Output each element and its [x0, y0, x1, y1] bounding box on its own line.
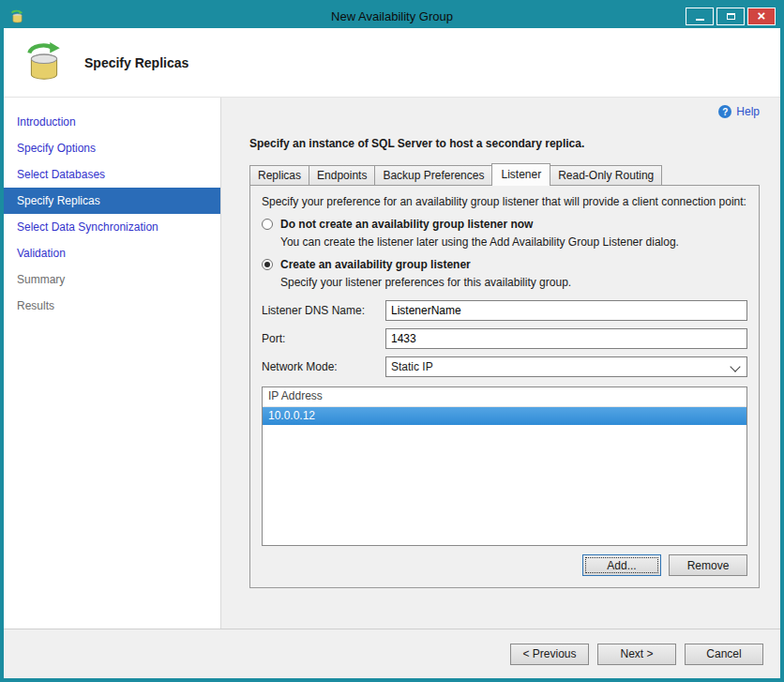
new-availability-group-window: New Availability Group Specify Replicas …: [0, 0, 784, 682]
previous-button[interactable]: < Previous: [510, 644, 589, 665]
option-no-listener: Do not create an availability group list…: [262, 218, 747, 249]
radio-no-listener[interactable]: Do not create an availability group list…: [262, 218, 747, 231]
cancel-button[interactable]: Cancel: [685, 644, 763, 665]
close-button[interactable]: [747, 8, 776, 25]
maximize-icon: [727, 13, 735, 20]
tab-strip: Replicas Endpoints Backup Preferences Li…: [249, 163, 760, 185]
listener-fields: Listener DNS Name: Port: Network Mode: S…: [262, 300, 747, 377]
sidebar-item-select-data-synchronization[interactable]: Select Data Synchronization: [4, 214, 220, 240]
tab-read-only-routing[interactable]: Read-Only Routing: [550, 165, 662, 185]
next-button[interactable]: Next >: [597, 644, 676, 665]
minimize-button[interactable]: [686, 8, 714, 25]
sidebar-item-introduction[interactable]: Introduction: [4, 109, 220, 135]
dns-name-label: Listener DNS Name:: [262, 304, 385, 317]
sidebar-item-specify-options[interactable]: Specify Options: [4, 135, 220, 161]
titlebar: New Availability Group: [4, 4, 780, 28]
main-panel: ? Help Specify an instance of SQL Server…: [221, 98, 780, 629]
option-create-listener: Create an availability group listener Sp…: [262, 258, 747, 289]
minimize-icon: [696, 19, 704, 21]
remove-button[interactable]: Remove: [669, 554, 747, 576]
option-create-listener-label: Create an availability group listener: [280, 258, 471, 271]
help-label: Help: [736, 105, 760, 118]
sidebar-item-select-databases[interactable]: Select Databases: [4, 161, 220, 188]
radio-unselected-icon[interactable]: [262, 219, 273, 230]
window-controls: [686, 8, 776, 25]
help-link[interactable]: ? Help: [249, 105, 760, 118]
radio-selected-icon[interactable]: [262, 259, 273, 270]
instruction-text: Specify an instance of SQL Server to hos…: [249, 137, 760, 150]
maximize-button[interactable]: [716, 8, 745, 25]
tab-listener[interactable]: Listener: [491, 163, 550, 186]
ip-address-column-header: IP Address: [263, 387, 746, 407]
wizard-body: Introduction Specify Options Select Data…: [4, 98, 780, 629]
chevron-down-icon: [730, 361, 740, 371]
page-title: Specify Replicas: [84, 55, 188, 70]
port-input[interactable]: [385, 328, 747, 349]
dns-name-input[interactable]: [385, 300, 747, 321]
port-row: Port:: [262, 328, 747, 349]
tab-backup-preferences[interactable]: Backup Preferences: [374, 165, 492, 185]
radio-create-listener[interactable]: Create an availability group listener: [262, 258, 747, 271]
sidebar-item-specify-replicas[interactable]: Specify Replicas: [4, 188, 220, 214]
ip-address-list[interactable]: IP Address 10.0.0.12: [262, 386, 747, 546]
network-mode-row: Network Mode: Static IP: [262, 356, 747, 377]
network-mode-label: Network Mode:: [262, 360, 385, 373]
availability-group-icon: [23, 41, 66, 84]
help-icon: ?: [718, 105, 731, 118]
network-mode-selected-value: Static IP: [391, 360, 433, 373]
close-icon: [758, 8, 766, 23]
list-item[interactable]: 10.0.0.12: [263, 407, 746, 425]
add-button[interactable]: Add...: [582, 554, 661, 576]
sidebar-item-results: Results: [4, 293, 220, 319]
wizard-header: Specify Replicas: [4, 28, 780, 98]
sidebar-item-summary: Summary: [4, 266, 220, 293]
option-create-listener-description: Specify your listener preferences for th…: [280, 276, 747, 289]
wizard-steps-sidebar: Introduction Specify Options Select Data…: [4, 98, 221, 629]
app-icon: [10, 9, 24, 23]
listener-intro-text: Specify your preference for an availabil…: [262, 195, 747, 208]
sidebar-item-validation[interactable]: Validation: [4, 240, 220, 266]
listener-tab-panel: Specify your preference for an availabil…: [249, 185, 760, 588]
ip-list-buttons: Add... Remove: [262, 554, 747, 576]
option-no-listener-label: Do not create an availability group list…: [280, 218, 533, 231]
window-title: New Availability Group: [4, 9, 780, 23]
option-no-listener-description: You can create the listener later using …: [280, 235, 747, 249]
tab-endpoints[interactable]: Endpoints: [309, 165, 375, 185]
wizard-footer: < Previous Next > Cancel: [4, 629, 780, 678]
network-mode-dropdown[interactable]: Static IP: [385, 356, 747, 377]
port-label: Port:: [262, 332, 385, 345]
dns-name-row: Listener DNS Name:: [262, 300, 747, 321]
tab-replicas[interactable]: Replicas: [249, 165, 309, 185]
